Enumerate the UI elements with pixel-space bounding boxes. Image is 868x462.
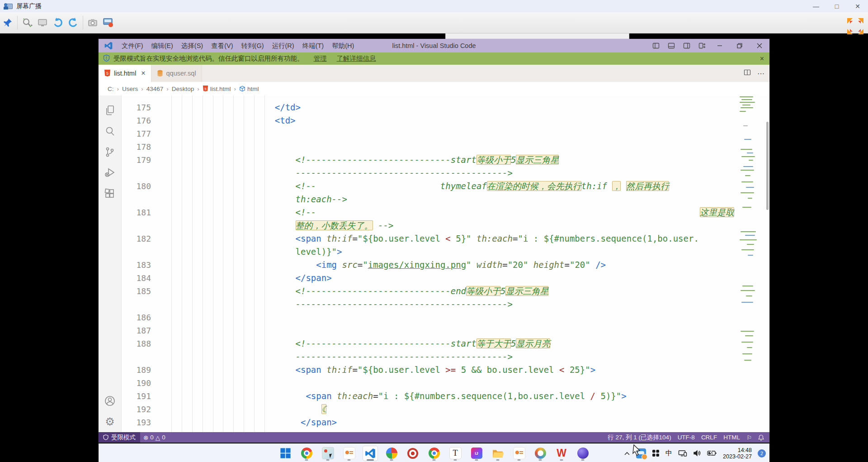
code-editor[interactable]: 175</td>176<td>177178179<!--------------… [122,95,769,432]
menu-item-1[interactable]: 编辑(E) [147,39,177,52]
source-control-icon[interactable] [99,142,121,162]
redo-icon[interactable] [66,15,81,30]
menu-item-7[interactable]: 帮助(H) [328,39,358,52]
taskbar-icon-knot[interactable] [533,446,548,461]
activity-bar: ⚙ [99,95,122,432]
toggle-sidebar-icon[interactable] [648,39,664,52]
taskbar-icon-explorer[interactable] [490,446,505,461]
run-debug-icon[interactable] [99,162,121,183]
status-language[interactable]: HTML [720,434,743,441]
code-line-180-wrap: th:each--> [122,193,769,206]
breadcrumb-item-4[interactable]: 5list.html [202,86,232,92]
customize-layout-icon[interactable] [694,39,710,52]
minimap-mark [745,175,750,176]
minimap[interactable] [739,95,765,432]
taskbar-icon-chrome[interactable] [299,446,314,461]
menu-item-6[interactable]: 终端(T) [298,39,328,52]
status-encoding[interactable]: UTF-8 [675,434,698,441]
vscode-restore-icon[interactable] [730,39,750,52]
close-button[interactable]: ✕ [847,0,868,12]
undo-icon[interactable] [50,15,66,30]
toggle-panel-icon[interactable] [664,39,679,52]
tab-qquser-sql[interactable]: qquser.sql [151,65,202,82]
taskbar-icon-vscode[interactable] [363,446,378,461]
taskbar-icon-idea[interactable]: IJ [469,446,484,461]
pin-icon[interactable] [0,15,15,30]
menu-item-0[interactable]: 文件(F) [118,39,147,52]
menu-item-3[interactable]: 查看(V) [207,39,237,52]
code-line-191: 191<span th:each="i : ${#numbers.sequenc… [122,390,769,403]
menu-item-4[interactable]: 转到(G) [237,39,268,52]
minimap-mark [741,342,753,343]
split-editor-icon[interactable] [744,69,751,78]
code-line-182-wrap: level)}"> [122,245,769,258]
breadcrumb-item-5[interactable]: html [238,86,260,92]
feedback-icon[interactable]: ⚐ [743,434,755,441]
breadcrumb-separator: › [140,86,145,92]
taskbar-icon-broadcast[interactable] [320,446,335,461]
toggle-secondary-sidebar-icon[interactable] [679,39,694,52]
tab-close-icon[interactable]: × [141,69,145,77]
volume-icon[interactable] [693,450,701,457]
camera-icon[interactable] [85,15,100,30]
minimap-mark [747,152,753,153]
minimize-button[interactable]: — [806,0,826,12]
banner-close-icon[interactable]: × [760,55,764,63]
taskbar-icon-sphere[interactable] [575,446,590,461]
breadcrumb-item-0[interactable]: C: [107,86,115,92]
breadcrumb-item-2[interactable]: 43467 [146,86,165,92]
breadcrumb-item-3[interactable]: Desktop [171,86,195,92]
tray-chevron-up-icon[interactable] [624,451,630,456]
status-restricted-mode[interactable]: 受限模式 [99,432,140,443]
search-icon[interactable] [99,121,121,142]
clock[interactable]: 14:48 2023-02-27 [723,447,752,460]
taskbar-icon-wps[interactable]: W [554,446,569,461]
broadcast-title: 屏幕广播 [16,2,42,10]
cast-display-icon[interactable] [678,450,687,457]
ime-indicator[interactable]: 中 [665,449,672,457]
taskbar-icon-chrome-2[interactable] [426,446,442,461]
status-eol[interactable]: CRLF [698,434,720,441]
taskbar-icon-shell[interactable] [405,446,420,461]
screen: 屏幕广播 — □ ✕ [0,0,868,462]
status-problems[interactable]: ⊗0 △0 [140,434,169,441]
maximize-button[interactable]: □ [826,0,847,12]
manage-link[interactable]: 管理 [314,54,327,63]
taskbar-icon-start[interactable] [278,446,293,461]
taskbar-icon-docs[interactable] [341,446,357,461]
taskbar-icon-pinwheel[interactable] [384,446,399,461]
notification-count-badge[interactable]: 2 [758,449,766,457]
battery-icon[interactable] [707,450,717,456]
monitor-icon[interactable] [35,15,50,30]
status-cursor-position[interactable]: 行 27, 列 1 (已选择104) [604,433,674,442]
error-icon: ⊗ [143,434,148,441]
minimap-mark [742,353,752,354]
vscode-close-icon[interactable] [750,39,769,52]
minimap-mark [744,360,751,361]
notifications-bell-icon[interactable] [755,434,769,441]
more-actions-icon[interactable]: ⋯ [757,69,765,78]
screen-zoom-icon[interactable] [19,15,35,30]
scrollbar-thumb[interactable] [766,122,769,210]
vscode-minimize-icon[interactable] [710,39,730,52]
code-line-190: 190 [122,376,769,390]
settings-gear-icon[interactable]: ⚙ [99,411,121,432]
tray-grid-app-icon[interactable] [652,449,660,457]
minimap-mark [741,170,754,171]
account-icon[interactable] [99,391,121,411]
screen-share-icon[interactable] [100,15,116,30]
explorer-icon[interactable] [99,100,121,121]
minimap-mark [743,125,748,126]
menu-item-5[interactable]: 运行(R) [268,39,298,52]
breadcrumb-item-1[interactable]: Users [121,86,139,92]
taskbar-icon-docs[interactable] [511,446,527,461]
tab-list-html[interactable]: 5 list.html × [99,65,151,82]
learn-more-link[interactable]: 了解详细信息 [337,54,376,63]
minimap-mark [746,187,754,188]
menu-item-2[interactable]: 选择(S) [177,39,207,52]
fullscreen-expand-icon[interactable] [846,17,864,35]
minimap-mark [741,331,754,332]
extensions-icon[interactable] [99,183,121,204]
code-line-181-wrap: 整的，小数丢失了。 --> [122,219,769,232]
taskbar-icon-typora[interactable]: T [448,446,463,461]
